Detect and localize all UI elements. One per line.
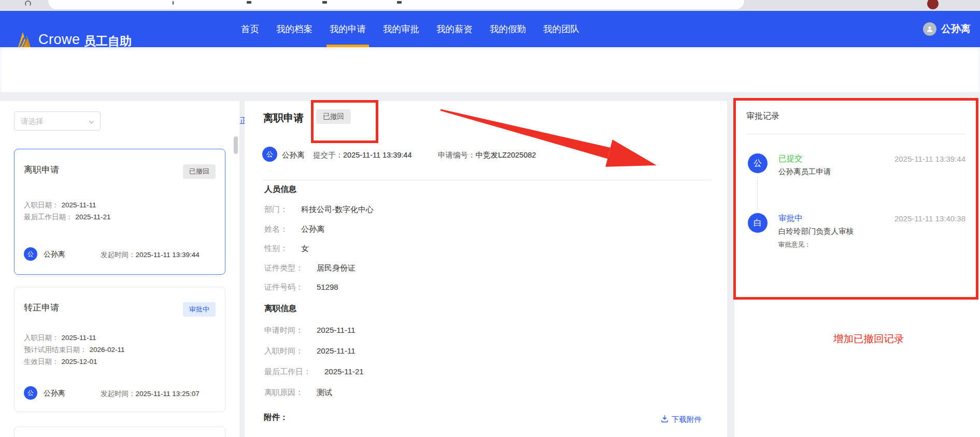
download-label: 下载附件	[672, 415, 702, 425]
address-text-fragment	[173, 1, 174, 5]
annotation-box-badge	[311, 100, 378, 143]
meta-value: 2025-11-11 13:39:44	[343, 151, 412, 159]
brand-wordmark: Crowe	[38, 32, 80, 48]
form-label: 证件号码：	[264, 283, 303, 291]
form-value: 居民身份证	[317, 263, 356, 272]
field-value: 2025-11-11	[62, 201, 96, 209]
form-value: 2025-11-11	[317, 326, 356, 334]
form-value: 科技公司-数字化中心	[301, 205, 374, 214]
download-attachment-link[interactable]: 下载附件	[660, 414, 702, 425]
avatar: 公	[24, 386, 37, 400]
field-label: 最后工作日期：	[24, 213, 73, 221]
time-value: 2025-11-11 13:25:07	[136, 390, 200, 398]
status-badge: 审批中	[183, 302, 216, 317]
form-label: 姓名：	[264, 224, 288, 233]
section-resignation-info: 离职信息 申请时间：2025-11-11 入职时间：2025-11-11 最后工…	[264, 303, 364, 403]
address-text-fragment	[247, 1, 251, 4]
browser-reload-icon[interactable]	[25, 1, 31, 7]
form-value: 女	[301, 244, 309, 252]
submitted-at: 提交于：2025-11-11 13:39:44	[313, 150, 412, 160]
form-value: 测试	[317, 388, 332, 397]
form-label: 最后工作日：	[264, 367, 311, 376]
applicant-name: 公孙离	[44, 250, 65, 259]
action-toolbar: 补卡 休假 出差 公出 转正	[0, 47, 980, 92]
field-value: 2025-12-01	[62, 358, 97, 365]
initiated-time: 发起时间：2025-11-11 13:25:07	[101, 389, 200, 399]
field-value: 2026-02-11	[90, 346, 125, 354]
nav-tab-my-attendance[interactable]: 我的假勤	[490, 11, 526, 47]
filter-placeholder: 请选择	[21, 112, 44, 131]
divider	[263, 180, 712, 180]
card-title: 转正申请	[24, 302, 59, 314]
filter-select[interactable]: 请选择	[14, 111, 101, 131]
nav-tab-my-salary[interactable]: 我的薪资	[436, 11, 473, 47]
avatar: 公	[24, 247, 37, 261]
nav-tab-my-team[interactable]: 我的团队	[543, 11, 579, 47]
detail-applicant-name: 公孙离	[282, 150, 305, 160]
application-card-confirmation[interactable]: 转正申请 审批中 入职日期：2025-11-11 预计试用结束日期：2026-0…	[14, 287, 225, 412]
card-title: 离职申请	[24, 164, 59, 176]
application-card-resignation[interactable]: 离职申请 已撤回 入职日期：2025-11-11 最后工作日期：2025-11-…	[14, 149, 225, 275]
detail-avatar: 公	[262, 147, 277, 162]
time-label: 发起时间：	[101, 390, 136, 398]
form-label: 申请时间：	[264, 326, 303, 334]
sidebar-scrollbar[interactable]	[234, 136, 238, 154]
form-value: 2025-11-21	[324, 367, 364, 376]
user-name: 公孙离	[941, 22, 971, 36]
applicant-name: 公孙离	[44, 389, 65, 398]
chevron-down-icon	[88, 118, 95, 128]
card-fields: 入职日期：2025-11-11 最后工作日期：2025-11-21	[24, 199, 111, 223]
download-icon	[660, 414, 669, 425]
form-label: 入职时间：	[264, 346, 303, 355]
meta-label: 提交于：	[313, 151, 343, 159]
form-value: 公孙离	[301, 224, 324, 233]
address-text-fragment	[397, 1, 402, 4]
section-heading: 离职信息	[264, 303, 364, 314]
browser-address-bar[interactable]	[48, 0, 745, 10]
field-value: 2025-11-11	[62, 334, 96, 342]
nav-tab-my-approvals[interactable]: 我的审批	[383, 11, 419, 47]
form-value: 51298	[317, 283, 338, 291]
form-value: 2025-11-11	[317, 346, 356, 355]
application-card-partial[interactable]	[14, 427, 225, 437]
initiated-time: 发起时间：2025-11-11 13:39:44	[101, 250, 200, 260]
detail-title: 离职申请	[263, 111, 304, 125]
form-label: 性别：	[264, 244, 288, 252]
app-header: Crowe 员工自助 首页 我的档案 我的申请 我的审批 我的薪资 我的假勤 我…	[0, 11, 980, 47]
user-menu[interactable]: 公孙离	[923, 11, 971, 47]
annotation-arrow	[435, 104, 674, 178]
field-label: 预计试用结束日期：	[24, 346, 87, 354]
field-label: 生效日期：	[24, 358, 59, 365]
nav-tab-home[interactable]: 首页	[241, 11, 259, 47]
main-nav: 首页 我的档案 我的申请 我的审批 我的薪资 我的假勤 我的团队	[241, 11, 579, 47]
user-avatar-icon	[923, 22, 936, 36]
section-person-info: 人员信息 部门：科技公司-数字化中心 姓名：公孙离 性别：女 证件类型：居民身份…	[264, 184, 374, 297]
status-badge: 已撤回	[183, 164, 216, 179]
form-label: 部门：	[264, 205, 288, 214]
attachment-label: 附件：	[264, 412, 288, 423]
nav-tab-my-applications[interactable]: 我的申请	[330, 11, 366, 47]
annotation-note: 增加已撤回记录	[833, 332, 904, 346]
form-label: 离职原因：	[264, 388, 303, 397]
address-text-fragment	[322, 1, 327, 4]
form-label: 证件类型：	[264, 263, 303, 272]
app-root: Crowe 员工自助 首页 我的档案 我的申请 我的审批 我的薪资 我的假勤 我…	[0, 0, 980, 437]
field-label: 入职日期：	[24, 334, 59, 342]
nav-tab-my-profile[interactable]: 我的档案	[276, 11, 313, 47]
browser-bar	[0, 0, 980, 11]
card-fields: 入职日期：2025-11-11 预计试用结束日期：2026-02-11 生效日期…	[24, 332, 125, 368]
time-value: 2025-11-11 13:39:44	[136, 251, 200, 259]
annotation-box-approval	[733, 98, 978, 300]
time-label: 发起时间：	[101, 251, 136, 259]
field-label: 入职日期：	[24, 201, 59, 209]
field-value: 2025-11-21	[76, 213, 111, 221]
browser-profile-avatar[interactable]	[927, 0, 939, 9]
section-heading: 人员信息	[264, 184, 374, 195]
